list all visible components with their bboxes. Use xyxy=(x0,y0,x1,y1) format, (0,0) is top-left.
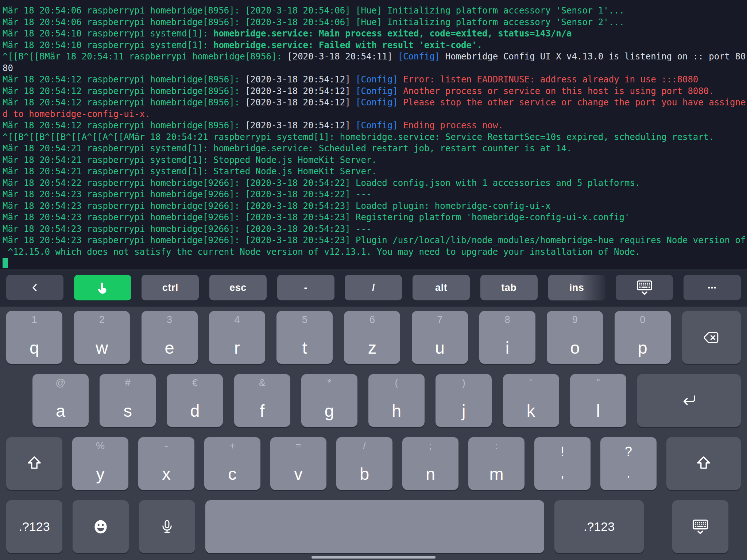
key-label: e xyxy=(142,339,198,356)
key-l[interactable]: "l xyxy=(570,374,626,427)
key-label: esc xyxy=(229,282,247,293)
key-alt-label: : xyxy=(468,441,525,451)
ins-key[interactable]: ins xyxy=(548,275,605,300)
alt-key[interactable]: alt xyxy=(413,275,470,300)
key-r[interactable]: 4r xyxy=(209,311,265,364)
symbols-key-right[interactable]: .?123 xyxy=(554,500,644,553)
key-x[interactable]: -x xyxy=(138,437,194,490)
keyboard-row1: 1q2w3e4r5t6z7u8i9o0p xyxy=(0,311,747,364)
terminal-line: Mär 18 20:54:22 raspberrypi homebridge[9… xyxy=(3,178,747,189)
key-o[interactable]: 9o xyxy=(547,311,603,364)
back-key[interactable] xyxy=(6,275,63,300)
key-label: d xyxy=(167,402,223,419)
key-label: alt xyxy=(435,282,447,293)
exclamation-comma-key[interactable]: !, xyxy=(534,437,591,490)
slash-key[interactable]: / xyxy=(345,275,402,300)
key-u[interactable]: 7u xyxy=(412,311,468,364)
key-n[interactable]: ;n xyxy=(402,437,458,490)
emoji-key[interactable] xyxy=(73,500,129,553)
ctrl-key[interactable]: ctrl xyxy=(142,275,199,300)
keyboard-dismiss-key[interactable] xyxy=(672,500,728,553)
terminal-line: Mär 18 20:54:06 raspberrypi homebridge[8… xyxy=(3,5,747,17)
terminal-line: d to homebridge-config-ui-x. xyxy=(3,109,747,120)
more-key[interactable] xyxy=(684,275,741,300)
key-t[interactable]: 5t xyxy=(276,311,333,364)
terminal-line: Mär 18 20:54:21 raspberrypi systemd[1]: … xyxy=(3,166,747,178)
key-alt-label: 2 xyxy=(74,315,130,325)
key-upper-label: ! xyxy=(534,445,591,458)
terminal-line: ^12.15.0 which does not satisfy the curr… xyxy=(3,246,747,258)
key-z[interactable]: 6z xyxy=(344,311,400,364)
terminal-cursor-line xyxy=(3,258,747,269)
esc-key[interactable]: esc xyxy=(209,275,267,300)
keyboard-dismiss-icon xyxy=(635,278,654,297)
tab-key[interactable]: tab xyxy=(480,275,538,300)
terminal-line: Mär 18 20:54:21 raspberrypi systemd[1]: … xyxy=(3,143,747,155)
key-b[interactable]: /b xyxy=(336,437,392,490)
key-alt-label: = xyxy=(270,441,326,451)
keyboard-row3: %y-x+c=v/b;n:m!,?. xyxy=(0,437,747,490)
key-label: j xyxy=(436,402,492,419)
key-label: n xyxy=(402,465,458,482)
terminal-accessory-bar: ctrlesc-/alttabins xyxy=(0,269,747,307)
key-label: m xyxy=(468,465,525,482)
key-label: v xyxy=(270,465,326,482)
key-s[interactable]: #s xyxy=(100,374,156,427)
terminal-line: Mär 18 20:54:23 raspberrypi homebridge[9… xyxy=(3,235,747,246)
key-v[interactable]: =v xyxy=(270,437,326,490)
key-label: y xyxy=(72,465,128,482)
key-y[interactable]: %y xyxy=(72,437,128,490)
key-alt-label: ' xyxy=(503,378,559,388)
home-indicator[interactable] xyxy=(311,556,436,559)
key-alt-label: 9 xyxy=(547,315,603,325)
key-h[interactable]: (h xyxy=(368,374,425,427)
symbols-key-left[interactable]: .?123 xyxy=(6,500,62,553)
key-alt-label: " xyxy=(570,378,626,388)
key-label: / xyxy=(372,282,375,293)
key-label: k xyxy=(503,402,559,419)
mic-icon xyxy=(158,518,176,536)
terminal-output[interactable]: Mär 18 20:54:06 raspberrypi homebridge[8… xyxy=(0,0,747,269)
terminal-line: Mär 18 20:54:23 raspberrypi homebridge[9… xyxy=(3,201,747,212)
chevron-left-icon xyxy=(30,282,40,293)
key-a[interactable]: @a xyxy=(32,374,89,427)
key-alt-label: ; xyxy=(402,441,458,451)
dictation-key[interactable] xyxy=(139,500,195,553)
key-k[interactable]: 'k xyxy=(503,374,559,427)
question-period-key[interactable]: ?. xyxy=(600,437,657,490)
key-label: c xyxy=(204,465,260,482)
key-w[interactable]: 2w xyxy=(74,311,130,364)
key-label: r xyxy=(209,339,265,356)
shift-left-key[interactable] xyxy=(6,437,62,490)
key-label: u xyxy=(412,339,468,356)
key-label: z xyxy=(344,339,400,356)
backspace-key[interactable] xyxy=(682,311,741,364)
key-j[interactable]: )j xyxy=(436,374,492,427)
key-alt-label: 0 xyxy=(615,315,671,325)
key-d[interactable]: €d xyxy=(167,374,223,427)
key-p[interactable]: 0p xyxy=(615,311,671,364)
key-label: a xyxy=(32,402,89,419)
terminal-line: Mär 18 20:54:21 raspberrypi systemd[1]: … xyxy=(3,155,747,166)
terminal-line: Mär 18 20:54:10 raspberrypi systemd[1]: … xyxy=(3,28,747,40)
shift-right-key[interactable] xyxy=(666,437,741,490)
key-i[interactable]: 8i xyxy=(479,311,535,364)
key-c[interactable]: +c xyxy=(204,437,260,490)
space-key[interactable] xyxy=(205,500,544,553)
key-e[interactable]: 3e xyxy=(142,311,198,364)
key-label: f xyxy=(234,402,290,419)
key-label: - xyxy=(304,282,308,293)
backspace-icon xyxy=(702,328,721,347)
touch-mode-key[interactable] xyxy=(74,275,131,300)
key-label: ctrl xyxy=(162,282,178,293)
key-alt-label: 7 xyxy=(412,315,468,325)
key-m[interactable]: :m xyxy=(468,437,525,490)
key-label: .?123 xyxy=(19,520,50,534)
return-key[interactable] xyxy=(637,374,741,427)
key-g[interactable]: *g xyxy=(301,374,357,427)
dash-key[interactable]: - xyxy=(277,275,334,300)
key-q[interactable]: 1q xyxy=(6,311,62,364)
keyboard-toggle-key[interactable] xyxy=(616,275,673,300)
terminal-line: ^[[B^[[BMär 18 20:54:11 raspberrypi home… xyxy=(3,51,747,63)
key-f[interactable]: &f xyxy=(234,374,290,427)
